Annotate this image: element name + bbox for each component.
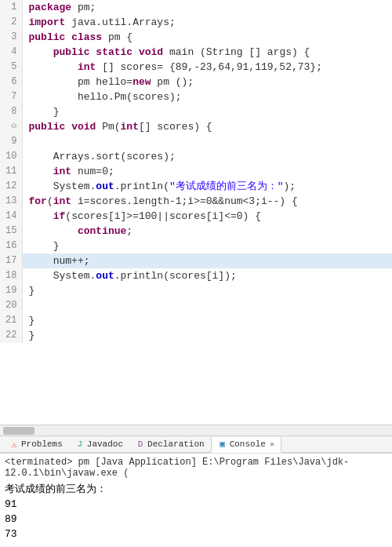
line-number: 6: [0, 75, 22, 89]
line-content: continue;: [22, 224, 392, 239]
console-terminated-line: <terminated> pm [Java Application] E:\Pr…: [5, 457, 387, 479]
line-number: 20: [0, 298, 22, 313]
javadoc-tab-label: Javadoc: [87, 439, 123, 449]
line-number: 1: [0, 0, 22, 15]
line-number: 4: [0, 45, 22, 60]
code-line-6: 6 pm hello=new pm ();: [0, 75, 392, 89]
line-content: public class pm {: [22, 30, 392, 45]
line-content: }: [22, 313, 392, 328]
line-number: 5: [0, 60, 22, 75]
code-line-8: 8 }: [0, 104, 392, 119]
code-line-16: 16 }: [0, 239, 392, 253]
code-line-12: 12 System.out.println("考试成绩的前三名为：");: [0, 179, 392, 194]
line-number: 10: [0, 149, 22, 164]
line-content: System.out.println("考试成绩的前三名为：");: [22, 179, 392, 194]
bottom-tab-bar: ⚠ProblemsJJavadocDDeclaration▣Console✕: [0, 436, 392, 453]
line-number: 22: [0, 328, 22, 343]
code-line-18: 18 System.out.println(scores[i]);: [0, 268, 392, 283]
line-number: 13: [0, 194, 22, 209]
line-number: 12: [0, 179, 22, 194]
code-line-7: 7 hello.Pm(scores);: [0, 89, 392, 104]
code-editor: 1package pm;2import java.util.Arrays;3pu…: [0, 0, 392, 436]
line-number: 18: [0, 268, 22, 283]
code-scroll-area[interactable]: 1package pm;2import java.util.Arrays;3pu…: [0, 0, 392, 425]
tab-console[interactable]: ▣Console✕: [211, 437, 281, 453]
code-line-19: 19}: [0, 283, 392, 298]
tab-declaration[interactable]: DDeclaration: [129, 436, 211, 452]
code-line-14: 14 if(scores[i]>=100||scores[i]<=0) {: [0, 209, 392, 224]
code-line-5: 5 int [] scores= {89,-23,64,91,119,52,73…: [0, 60, 392, 75]
line-content: Arrays.sort(scores);: [22, 149, 392, 164]
code-line-15: 15 continue;: [0, 224, 392, 239]
code-line-13: 13for(int i=scores.length-1;i>=0&&num<3;…: [0, 194, 392, 209]
problems-tab-label: Problems: [21, 439, 63, 449]
line-content: public static void main (String [] args)…: [22, 45, 392, 60]
line-content: }: [22, 104, 392, 119]
code-line-9: ⊖ 9public void Pm(int[] scores) {: [0, 119, 392, 149]
line-content: for(int i=scores.length-1;i>=0&&num<3;i-…: [22, 194, 392, 209]
line-number: 16: [0, 239, 22, 253]
code-line-2: 2import java.util.Arrays;: [0, 15, 392, 30]
line-content: [22, 298, 392, 313]
code-line-11: 11 int num=0;: [0, 164, 392, 179]
code-line-10: 10 Arrays.sort(scores);: [0, 149, 392, 164]
line-content: if(scores[i]>=100||scores[i]<=0) {: [22, 209, 392, 224]
code-line-22: 22}: [0, 328, 392, 343]
console-output-line: 89: [5, 512, 387, 527]
tab-javadoc[interactable]: JJavadoc: [69, 436, 129, 452]
code-table: 1package pm;2import java.util.Arrays;3pu…: [0, 0, 392, 343]
line-content: pm hello=new pm ();: [22, 75, 392, 89]
code-line-20: 20: [0, 298, 392, 313]
console-tab-close[interactable]: ✕: [270, 439, 274, 449]
code-line-4: 4 public static void main (String [] arg…: [0, 45, 392, 60]
horizontal-scrollbar[interactable]: [0, 425, 392, 436]
tab-problems[interactable]: ⚠Problems: [3, 436, 69, 452]
line-number: 21: [0, 313, 22, 328]
code-line-17: 17 num++;: [0, 253, 392, 268]
problems-tab-icon: ⚠: [9, 439, 19, 449]
code-line-1: 1package pm;: [0, 0, 392, 15]
line-content: hello.Pm(scores);: [22, 89, 392, 104]
declaration-tab-icon: D: [136, 439, 145, 449]
line-content: }: [22, 283, 392, 298]
scrollbar-thumb[interactable]: [3, 427, 34, 435]
declaration-tab-label: Declaration: [147, 439, 205, 449]
console-tab-icon: ▣: [218, 439, 227, 449]
line-number: 15: [0, 224, 22, 239]
line-number: 2: [0, 15, 22, 30]
line-content: }: [22, 328, 392, 343]
javadoc-tab-icon: J: [75, 439, 85, 449]
line-number: ⊖ 9: [0, 119, 22, 149]
line-content: import java.util.Arrays;: [22, 15, 392, 30]
line-content: num++;: [22, 253, 392, 268]
console-area: <terminated> pm [Java Application] E:\Pr…: [0, 453, 392, 547]
line-number: 19: [0, 283, 22, 298]
console-output-line: 73: [5, 527, 387, 542]
code-line-3: 3public class pm {: [0, 30, 392, 45]
line-number: 7: [0, 89, 22, 104]
line-content: package pm;: [22, 0, 392, 15]
line-content: System.out.println(scores[i]);: [22, 268, 392, 283]
line-content: int [] scores= {89,-23,64,91,119,52,73};: [22, 60, 392, 75]
console-output-line: 考试成绩的前三名为：: [5, 482, 387, 497]
console-tab-label: Console: [230, 439, 266, 449]
line-content: }: [22, 239, 392, 253]
line-number: 8: [0, 104, 22, 119]
code-line-21: 21}: [0, 313, 392, 328]
console-output-line: 91: [5, 497, 387, 512]
line-number: 17: [0, 253, 22, 268]
line-content: public void Pm(int[] scores) {: [22, 119, 392, 149]
line-content: int num=0;: [22, 164, 392, 179]
line-number: 11: [0, 164, 22, 179]
line-number: 14: [0, 209, 22, 224]
line-number: 3: [0, 30, 22, 45]
